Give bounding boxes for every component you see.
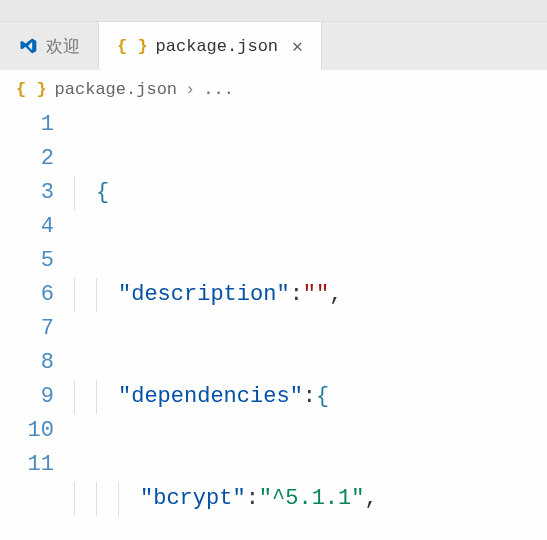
line-number: 10: [0, 414, 54, 448]
tab-label: package.json: [156, 37, 278, 56]
json-key: "description": [118, 278, 290, 312]
menu-bar-fragment: [0, 0, 547, 22]
code-editor[interactable]: 1 2 3 4 5 6 7 8 9 10 11 { "description":…: [0, 108, 547, 540]
editor-tabs: 欢迎 { } package.json ✕: [0, 22, 547, 70]
chevron-right-icon: ›: [185, 80, 195, 99]
line-number: 3: [0, 176, 54, 210]
line-number: 1: [0, 108, 54, 142]
vscode-icon: [18, 36, 38, 56]
json-file-icon: { }: [16, 80, 47, 99]
json-key: "dependencies": [118, 380, 303, 414]
breadcrumb-file: package.json: [55, 80, 177, 99]
tab-welcome[interactable]: 欢迎: [0, 22, 99, 70]
json-file-icon: { }: [117, 37, 148, 56]
code-content[interactable]: { "description": "", "dependencies": { "…: [74, 108, 457, 540]
brace-open: {: [96, 176, 109, 210]
breadcrumb[interactable]: { } package.json › ...: [0, 70, 547, 108]
line-number: 9: [0, 380, 54, 414]
line-number: 6: [0, 278, 54, 312]
tab-label: 欢迎: [46, 35, 80, 58]
line-number: 11: [0, 448, 54, 482]
line-number: 8: [0, 346, 54, 380]
brace-open: {: [316, 380, 329, 414]
line-number-gutter: 1 2 3 4 5 6 7 8 9 10 11: [0, 108, 74, 540]
line-number: 4: [0, 210, 54, 244]
close-icon[interactable]: ✕: [292, 35, 303, 57]
line-number: 5: [0, 244, 54, 278]
json-value: "": [303, 278, 329, 312]
line-number: 2: [0, 142, 54, 176]
tab-package-json[interactable]: { } package.json ✕: [99, 22, 322, 70]
breadcrumb-more: ...: [203, 80, 234, 99]
json-value: "^5.1.1": [259, 482, 365, 516]
line-number: 7: [0, 312, 54, 346]
json-key: "bcrypt": [140, 482, 246, 516]
